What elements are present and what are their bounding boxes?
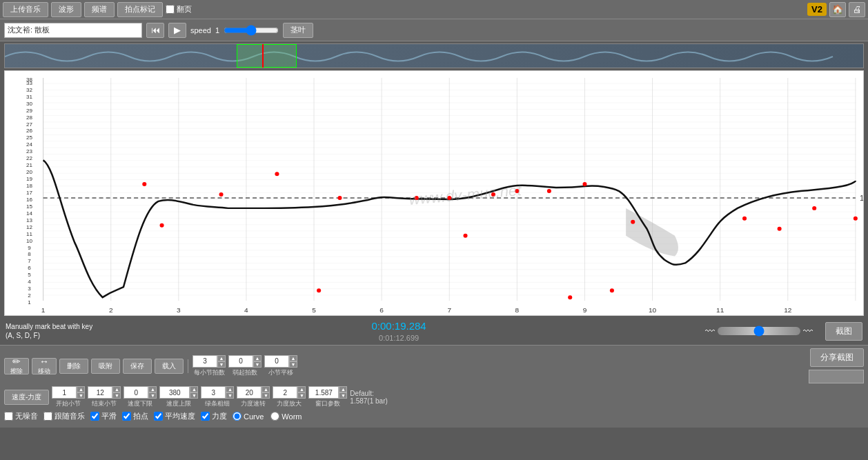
svg-text:14: 14 bbox=[26, 210, 33, 217]
small-bar-shift-up[interactable]: ▲ bbox=[289, 355, 297, 361]
share-btn[interactable]: 分享截图 bbox=[810, 348, 864, 367]
force-smooth-up[interactable]: ▲ bbox=[262, 386, 270, 392]
waveform-track[interactable] bbox=[5, 44, 863, 68]
default-val: 1.587(1 bar) bbox=[350, 397, 387, 405]
avg-speed-checkbox[interactable] bbox=[154, 412, 163, 421]
speed-high-down[interactable]: ▼ bbox=[190, 392, 198, 399]
end-bar-down[interactable]: ▼ bbox=[112, 392, 121, 399]
force-checkbox[interactable] bbox=[201, 412, 210, 421]
waveform-cursor bbox=[262, 44, 264, 68]
beat-label[interactable]: 拍点 bbox=[122, 411, 148, 421]
move-btn[interactable]: ↔ 移动 bbox=[32, 358, 57, 374]
svg-text:9: 9 bbox=[583, 306, 587, 314]
chase-beats-up[interactable]: ▲ bbox=[253, 355, 262, 361]
vol-right-icon: 〰 bbox=[803, 326, 813, 337]
window-param-input[interactable] bbox=[308, 386, 339, 399]
flat-label[interactable]: 平滑 bbox=[90, 411, 117, 421]
svg-point-84 bbox=[610, 288, 614, 292]
home-icon[interactable]: 🏠 bbox=[829, 2, 846, 17]
svg-text:15: 15 bbox=[26, 203, 33, 210]
bottom-row2: 速度-力度 ▲▼ 开始小节 ▲▼ 结束小节 ▲▼ 速度下限 bbox=[4, 386, 864, 408]
curve-radio[interactable] bbox=[233, 412, 241, 421]
speed-slider[interactable] bbox=[224, 25, 279, 36]
speed-high-up[interactable]: ▲ bbox=[190, 386, 198, 392]
speed-low-down[interactable]: ▼ bbox=[148, 392, 157, 399]
start-bar-input[interactable] bbox=[52, 386, 77, 399]
svg-text:1: 1 bbox=[28, 299, 31, 306]
song-name-input[interactable] bbox=[4, 23, 142, 38]
erase-btn[interactable]: ✏ 擦除 bbox=[4, 358, 29, 374]
volume-slider[interactable] bbox=[718, 327, 800, 335]
pitch-chart-svg: 1 2 3 4 5 6 7 8 9 10 11 12 13 14 15 16 1… bbox=[5, 71, 863, 315]
worm-radio-label[interactable]: Worm bbox=[270, 412, 302, 421]
speed-force-btn[interactable]: 速度-力度 bbox=[4, 390, 49, 405]
avg-speed-label[interactable]: 平均速度 bbox=[154, 411, 195, 421]
svg-text:1: 1 bbox=[41, 306, 46, 314]
line-thick-down[interactable]: ▼ bbox=[226, 392, 234, 399]
no-noise-checkbox[interactable] bbox=[4, 412, 13, 421]
end-bar-up[interactable]: ▲ bbox=[112, 386, 121, 392]
force-mag-input[interactable] bbox=[273, 386, 297, 399]
beat-mark-btn[interactable]: 拍点标记 bbox=[117, 2, 163, 17]
waveform-btn[interactable]: 波形 bbox=[51, 2, 81, 17]
absorb-btn[interactable]: 吸附 bbox=[91, 359, 120, 374]
speed-low-up[interactable]: ▲ bbox=[148, 386, 157, 392]
force-mag-down[interactable]: ▼ bbox=[297, 392, 306, 399]
force-mag-up[interactable]: ▲ bbox=[297, 386, 306, 392]
worm-radio[interactable] bbox=[270, 412, 279, 421]
flip-page-checkbox[interactable] bbox=[166, 5, 175, 14]
waveform-highlight bbox=[237, 44, 297, 68]
curve-radio-label[interactable]: Curve bbox=[233, 412, 264, 421]
line-thick-up[interactable]: ▲ bbox=[226, 386, 234, 392]
svg-text:21: 21 bbox=[26, 162, 33, 168]
beats-per-small-input[interactable] bbox=[193, 355, 217, 368]
total-time: 0:01:12.699 bbox=[98, 333, 700, 343]
no-noise-label[interactable]: 无噪音 bbox=[4, 411, 38, 421]
prev-btn[interactable]: ⏮ bbox=[146, 23, 164, 38]
follow-music-label[interactable]: 跟随音乐 bbox=[43, 411, 85, 421]
play-btn[interactable]: ▶ bbox=[168, 23, 186, 38]
chase-beats-spin: ▲ ▼ bbox=[253, 355, 262, 368]
print-icon[interactable]: 🖨 bbox=[849, 2, 865, 17]
force-smooth-down[interactable]: ▼ bbox=[262, 392, 270, 399]
frequency-btn[interactable]: 频谱 bbox=[84, 2, 115, 17]
window-param-up[interactable]: ▲ bbox=[339, 386, 347, 392]
line-thick-input[interactable] bbox=[201, 386, 226, 399]
chase-beats-input[interactable] bbox=[228, 355, 253, 368]
beats-per-small-up[interactable]: ▲ bbox=[217, 355, 226, 361]
svg-text:16: 16 bbox=[26, 197, 33, 203]
ting-btn[interactable]: 茎叶 bbox=[283, 23, 313, 38]
follow-music-checkbox[interactable] bbox=[43, 412, 52, 421]
manual-mark-text: Manually mark beat with key (A, S, D, F) bbox=[6, 322, 92, 340]
speed-low-input[interactable] bbox=[124, 386, 148, 399]
svg-point-66 bbox=[142, 182, 146, 186]
chase-beats-group: ▲ ▼ 弱起拍数 bbox=[228, 355, 262, 377]
load-btn[interactable]: 载入 bbox=[155, 359, 184, 374]
chase-beats-label: 弱起拍数 bbox=[233, 368, 257, 377]
window-param-down[interactable]: ▼ bbox=[339, 392, 347, 399]
force-label[interactable]: 力度 bbox=[201, 411, 227, 421]
small-bar-shift-input[interactable] bbox=[264, 355, 289, 368]
small-bar-shift-down[interactable]: ▼ bbox=[289, 361, 297, 368]
speed-high-input[interactable] bbox=[159, 386, 190, 399]
beats-per-small-label: 每小节拍数 bbox=[194, 368, 225, 377]
chart-area[interactable]: 1 2 3 4 5 6 7 8 9 10 11 12 13 14 15 16 1… bbox=[4, 70, 864, 316]
upload-music-btn[interactable]: 上传音乐 bbox=[3, 2, 48, 17]
svg-text:10: 10 bbox=[649, 306, 657, 314]
svg-text:31: 31 bbox=[26, 94, 33, 100]
delete-btn[interactable]: 删除 bbox=[59, 359, 88, 374]
save-btn[interactable]: 保存 bbox=[123, 359, 152, 374]
force-smooth-input[interactable] bbox=[237, 386, 262, 399]
jietuBtn[interactable]: 截图 bbox=[825, 322, 862, 341]
start-bar-up[interactable]: ▲ bbox=[77, 386, 85, 392]
chase-beats-down[interactable]: ▼ bbox=[253, 361, 262, 368]
start-bar-down[interactable]: ▼ bbox=[77, 392, 85, 399]
end-bar-input[interactable] bbox=[88, 386, 112, 399]
status-bar: Manually mark beat with key (A, S, D, F)… bbox=[0, 317, 868, 345]
force-text: 力度 bbox=[212, 411, 227, 421]
flat-checkbox[interactable] bbox=[90, 412, 99, 421]
beat-checkbox[interactable] bbox=[122, 412, 131, 421]
beats-per-small-down[interactable]: ▼ bbox=[217, 361, 226, 368]
flip-page-label[interactable]: 翻页 bbox=[166, 4, 192, 14]
svg-text:3: 3 bbox=[177, 306, 181, 314]
